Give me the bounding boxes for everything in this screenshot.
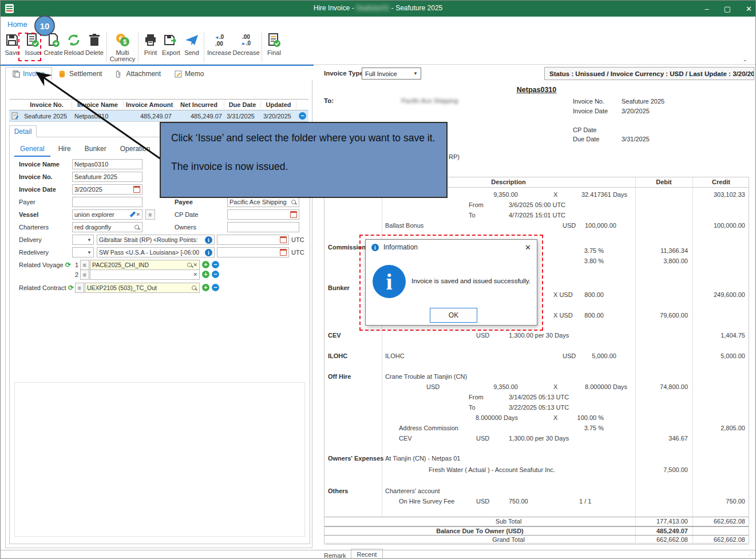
related-voyage-label: Related Voyage bbox=[19, 261, 64, 268]
edit-pencil-icon[interactable] bbox=[129, 212, 136, 218]
redelivery-location-field[interactable]: SW Pass <U.S.A - Louisiana> [-06:00i bbox=[97, 247, 215, 257]
delivery-dropdown[interactable]: ▼ bbox=[72, 235, 94, 245]
description-fragment: 5,000.00 bbox=[592, 352, 616, 359]
remove-icon[interactable]: − bbox=[212, 284, 219, 291]
delivery-date-field[interactable] bbox=[217, 235, 289, 245]
reload-button[interactable]: Reload bbox=[64, 30, 84, 64]
increase-icon: ◄.0.00 bbox=[215, 31, 224, 49]
invoice-no-field[interactable]: Seafuture 2025 bbox=[72, 172, 143, 182]
info-icon[interactable]: i bbox=[205, 236, 212, 244]
send-button[interactable]: Send bbox=[181, 30, 202, 64]
save-button[interactable]: Save bbox=[2, 30, 22, 64]
related-voyage-field-2[interactable]: ✕ bbox=[90, 269, 200, 280]
cp-date-field[interactable] bbox=[227, 209, 299, 220]
clear-icon[interactable]: ✕ bbox=[193, 272, 197, 277]
multi-currency-icon: €$ bbox=[114, 31, 130, 49]
subtab-hire[interactable]: Hire bbox=[53, 143, 77, 157]
search-icon[interactable] bbox=[191, 285, 197, 291]
total-label: Balance Due To Owner (USD) bbox=[324, 528, 635, 534]
ribbon-separator bbox=[204, 31, 204, 62]
refresh-icon[interactable]: ⟳ bbox=[65, 261, 71, 269]
line-description: Fresh Water ( Actual ) - Account Seafutu… bbox=[382, 465, 635, 475]
calendar-icon[interactable] bbox=[280, 249, 287, 256]
remove-icon[interactable]: − bbox=[212, 271, 219, 278]
refresh-icon[interactable]: ⟳ bbox=[68, 284, 74, 292]
voyage-list-button[interactable]: ≡ bbox=[80, 269, 89, 280]
ok-button[interactable]: OK bbox=[430, 308, 477, 323]
invoice-line-row: Fresh Water ( Actual ) - Account Seafutu… bbox=[324, 465, 749, 475]
row-remove-icon[interactable]: − bbox=[299, 112, 306, 120]
final-button[interactable]: Final bbox=[264, 30, 284, 64]
related-voyage-field-1[interactable]: PACE2025_CHI_IND✕ bbox=[90, 260, 200, 270]
clear-icon[interactable]: ✕ bbox=[193, 262, 197, 268]
delivery-location-field[interactable]: Gibraltar Strait (RP) <Routing Points:i bbox=[97, 235, 215, 245]
maximize-button[interactable]: ▢ bbox=[724, 5, 731, 13]
close-button[interactable]: ✕ bbox=[746, 5, 752, 13]
payer-field[interactable] bbox=[72, 197, 143, 207]
export-button[interactable]: Export bbox=[161, 30, 181, 64]
calendar-icon[interactable] bbox=[280, 236, 287, 243]
vessel-field[interactable]: union explorer✕ bbox=[72, 209, 143, 220]
tab-detail[interactable]: Detail bbox=[9, 125, 37, 137]
contract-list-button[interactable]: ≡ bbox=[75, 283, 84, 293]
decrease-button[interactable]: .00►.0 Decrease bbox=[232, 30, 260, 64]
line-description: To4/7/2025 15:01 UTC bbox=[382, 211, 635, 221]
invoice-list-table: Invoice No. Invoice Name Invoice Amount … bbox=[9, 99, 308, 122]
print-button[interactable]: Print bbox=[140, 30, 161, 64]
description-fragment: 8.000000 Days bbox=[476, 414, 518, 421]
ribbon-collapse-icon[interactable]: ⌃ bbox=[743, 59, 747, 65]
issue-button[interactable]: Issue bbox=[22, 30, 43, 64]
invoice-list-row[interactable]: Seafuture 2025 Netpas0310 485,249.07 485… bbox=[9, 110, 308, 121]
line-description: USD9,350.00X8.000000 Days bbox=[382, 382, 635, 393]
calendar-icon[interactable] bbox=[133, 186, 140, 193]
search-icon[interactable] bbox=[291, 199, 297, 205]
description-fragment: USD bbox=[476, 332, 489, 339]
tab-settlement[interactable]: Settlement bbox=[52, 67, 109, 81]
debit-value: 11,366.34 bbox=[635, 246, 692, 256]
tab-invoice[interactable]: Invoice bbox=[5, 67, 52, 81]
search-icon[interactable] bbox=[134, 224, 140, 231]
search-icon[interactable] bbox=[187, 262, 193, 268]
subtab-general[interactable]: General bbox=[14, 143, 50, 157]
vessel-list-button[interactable]: ≡ bbox=[145, 209, 155, 220]
calendar-icon[interactable] bbox=[290, 211, 297, 218]
debit-value bbox=[635, 393, 692, 403]
tab-attachment[interactable]: Attachment bbox=[109, 67, 168, 81]
info-icon[interactable]: i bbox=[205, 249, 212, 256]
meta-invoice-no-value: Seafuture 2025 bbox=[622, 98, 664, 105]
meta-invoice-date-label: Invoice Date bbox=[573, 108, 608, 114]
charterers-field[interactable]: red dragonfly bbox=[72, 222, 143, 232]
invoice-name-field[interactable]: Netpas0310 bbox=[72, 159, 143, 169]
redelivery-dropdown[interactable]: ▼ bbox=[72, 247, 94, 257]
invoice-section: ILOHCILOHCUSD5,000.005,000.00 bbox=[324, 351, 749, 362]
subtab-bunker[interactable]: Bunker bbox=[79, 143, 112, 157]
minimize-button[interactable]: – bbox=[705, 5, 709, 13]
debit-value: 346.67 bbox=[635, 434, 692, 444]
voyage-list-button[interactable]: ≡ bbox=[80, 260, 89, 270]
debit-value bbox=[635, 403, 692, 413]
redelivery-date-field[interactable] bbox=[217, 247, 289, 257]
remove-icon[interactable]: − bbox=[212, 261, 219, 268]
send-icon bbox=[184, 31, 199, 49]
multi-currency-button[interactable]: €$ Multi Currency bbox=[109, 30, 136, 64]
add-icon[interactable]: + bbox=[202, 261, 209, 268]
tab-remark[interactable]: Remark bbox=[324, 552, 346, 559]
ribbon-tab-home[interactable]: Home bbox=[7, 20, 27, 29]
invoice-line-row: Crane Trouble at Tianjin (CN) bbox=[324, 372, 749, 382]
increase-button[interactable]: ◄.0.00 Increase bbox=[206, 30, 232, 64]
resize-grip[interactable]: ⋰ bbox=[748, 551, 753, 557]
add-icon[interactable]: + bbox=[202, 271, 209, 278]
clear-icon[interactable]: ✕ bbox=[136, 212, 140, 217]
debit-value bbox=[635, 351, 692, 362]
related-contract-field[interactable]: UEXP2105 (503)_TC_Out bbox=[85, 283, 200, 293]
dialog-close-icon[interactable]: ✕ bbox=[525, 243, 531, 252]
invoice-type-dropdown[interactable]: Full Invoice▼ bbox=[362, 68, 421, 80]
add-icon[interactable]: + bbox=[202, 284, 209, 291]
owners-field[interactable] bbox=[227, 222, 299, 232]
delete-button[interactable]: Delete bbox=[84, 30, 105, 64]
invoice-date-field[interactable]: 3/20/2025 bbox=[72, 184, 143, 195]
line-description: From3/6/2025 05:00 UTC bbox=[382, 200, 635, 211]
tab-memo[interactable]: Memo bbox=[168, 67, 211, 81]
subtab-operation[interactable]: Operation bbox=[114, 143, 156, 157]
payee-field[interactable]: Pacific Ace Shipping bbox=[227, 197, 299, 207]
